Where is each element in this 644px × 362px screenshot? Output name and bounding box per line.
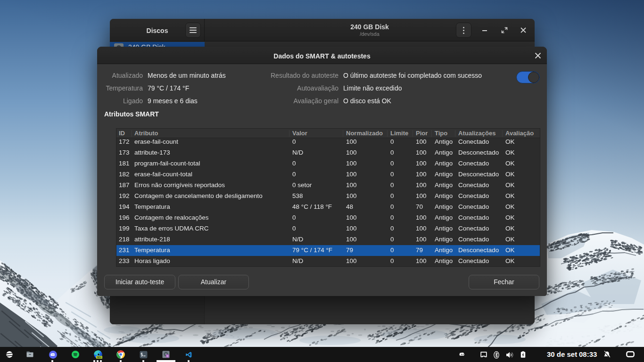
svg-text:DEV: DEV [97, 356, 102, 359]
